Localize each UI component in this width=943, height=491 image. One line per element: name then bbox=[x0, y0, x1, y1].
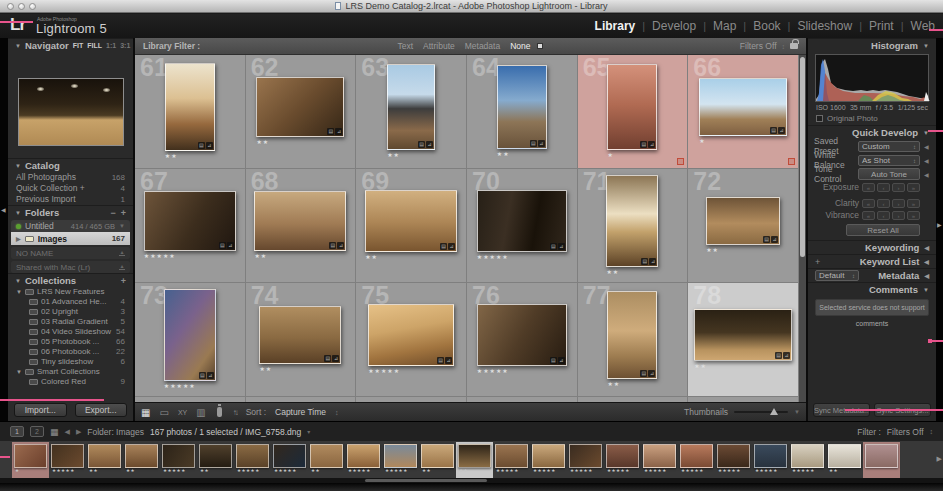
grid-cell-61[interactable]: 61▤⊿★★ bbox=[135, 55, 246, 169]
saved-preset-dropdown[interactable]: Custom↕ bbox=[858, 141, 920, 152]
loupe-view-icon[interactable]: ▭ bbox=[159, 404, 168, 421]
collection-item[interactable]: 03 Radial Gradient5 bbox=[8, 317, 133, 327]
star-rating[interactable]: ★★★★★ bbox=[715, 468, 752, 474]
filmstrip-thumbnail[interactable]: ★★★★★ bbox=[345, 442, 382, 478]
keyword-badge-icon[interactable]: ▤ bbox=[440, 243, 447, 250]
expand-section-icon[interactable]: ◀ bbox=[924, 171, 930, 178]
crop-badge-icon[interactable]: ⊿ bbox=[648, 370, 655, 377]
star-rating[interactable]: ★★★★★ bbox=[271, 468, 308, 474]
photo-thumbnail[interactable] bbox=[310, 444, 343, 468]
star-rating[interactable]: ★★ bbox=[256, 139, 344, 146]
keyword-badge-icon[interactable]: ▤ bbox=[418, 141, 425, 148]
keyword-badge-icon[interactable]: ▤ bbox=[437, 357, 444, 364]
grid-cell-75[interactable]: 75▤⊿★★★★★ bbox=[356, 283, 467, 397]
filmstrip-thumbnail[interactable]: ★★★★★ bbox=[234, 442, 271, 478]
catalog-item[interactable]: Previous Import1 bbox=[8, 194, 133, 205]
catalog-item[interactable]: All Photographs168 bbox=[8, 172, 133, 183]
filmstrip-thumbnail[interactable]: ★★ bbox=[419, 442, 456, 478]
disclosure-triangle-icon[interactable]: ▼ bbox=[16, 287, 22, 297]
grid-cell-73[interactable]: 73▤⊿★★★★★ bbox=[135, 283, 246, 397]
navigator-zoom-option[interactable]: 3:1 bbox=[120, 39, 130, 53]
keyword-badge-icon[interactable]: ▤ bbox=[327, 128, 334, 135]
photo-thumbnail[interactable]: ▤⊿ bbox=[254, 191, 346, 251]
thumbnail-badges[interactable]: ▤⊿ bbox=[763, 236, 778, 243]
star-rating[interactable]: ★★★★★ bbox=[144, 253, 236, 260]
add-folder-icon[interactable]: + bbox=[121, 206, 126, 220]
photo-thumbnail[interactable]: ▤⊿ bbox=[477, 304, 567, 366]
keyword-badge-icon[interactable]: ▤ bbox=[550, 357, 557, 364]
survey-view-icon[interactable]: ▥ bbox=[196, 404, 205, 421]
star-rating[interactable]: ★★ bbox=[606, 269, 658, 276]
module-map[interactable]: Map bbox=[713, 19, 736, 33]
photo-thumbnail[interactable]: ▤⊿ bbox=[607, 291, 657, 379]
keyword-list-header[interactable]: + Keyword List ◀ bbox=[808, 254, 936, 268]
star-rating[interactable]: ★★★★★ bbox=[368, 368, 454, 375]
metadata-preset-dropdown[interactable]: Default↕ bbox=[815, 270, 859, 281]
thumbnail-badges[interactable]: ▤⊿ bbox=[775, 352, 790, 359]
star-rating[interactable]: ★★ bbox=[607, 381, 657, 388]
crop-badge-icon[interactable]: ⊿ bbox=[771, 236, 778, 243]
navigator-preview-image[interactable] bbox=[18, 78, 124, 146]
expand-section-icon[interactable]: ◀ bbox=[924, 157, 930, 164]
disclosure-triangle-icon[interactable]: ▼ bbox=[15, 274, 21, 288]
crop-badge-icon[interactable]: ⊿ bbox=[448, 243, 455, 250]
filmstrip-thumbnail[interactable]: ★★★★★ bbox=[678, 442, 715, 478]
keyword-badge-icon[interactable]: ▤ bbox=[530, 140, 537, 147]
stepper-button[interactable]: ‹ bbox=[877, 211, 890, 220]
grid-cell-76[interactable]: 76▤⊿★★★★★ bbox=[467, 283, 578, 397]
photo-thumbnail[interactable] bbox=[88, 444, 121, 468]
collections-header[interactable]: ▼ Collections + bbox=[8, 273, 133, 287]
star-rating[interactable]: ★★ bbox=[365, 254, 457, 261]
crop-badge-icon[interactable]: ⊿ bbox=[426, 141, 433, 148]
collection-item[interactable]: 06 Photobook ...22 bbox=[8, 347, 133, 357]
chevron-down-icon[interactable]: ▼ bbox=[119, 223, 125, 229]
star-rating[interactable]: ★★★★★ bbox=[382, 468, 419, 474]
keyword-badge-icon[interactable]: ▤ bbox=[550, 243, 557, 250]
filmstrip-thumbnail[interactable]: ★★ bbox=[308, 442, 345, 478]
star-rating[interactable]: ★★★★★ bbox=[49, 468, 86, 474]
star-rating[interactable]: ★★★★★ bbox=[493, 468, 530, 474]
filmstrip-thumbnail[interactable]: ★★★★★ bbox=[530, 442, 567, 478]
star-rating[interactable]: ★★ bbox=[387, 152, 435, 159]
photo-thumbnail[interactable] bbox=[754, 444, 787, 468]
crop-badge-icon[interactable]: ⊿ bbox=[783, 352, 790, 359]
filmstrip-thumbnail[interactable]: ★★★★★ bbox=[160, 442, 197, 478]
grid-scrollbar-handle[interactable] bbox=[800, 57, 805, 257]
grid-cell-63[interactable]: 63▤⊿★★ bbox=[356, 55, 467, 169]
star-rating[interactable]: ★ bbox=[699, 138, 787, 145]
collection-item[interactable]: 02 Upright3 bbox=[8, 307, 133, 317]
photo-thumbnail[interactable] bbox=[791, 444, 824, 468]
crop-badge-icon[interactable]: ⊿ bbox=[206, 142, 213, 149]
photo-thumbnail[interactable] bbox=[273, 444, 306, 468]
folder-item-images[interactable]: ▶ Images 167 bbox=[11, 232, 130, 245]
photo-thumbnail[interactable] bbox=[495, 444, 528, 468]
star-rating[interactable]: ★★ bbox=[419, 468, 456, 474]
auto-tone-button[interactable]: Auto Tone bbox=[858, 168, 920, 180]
star-rating[interactable]: ★★★★★ bbox=[477, 368, 567, 375]
export-button[interactable]: Export... bbox=[75, 403, 128, 417]
photo-thumbnail[interactable]: ▤⊿ bbox=[477, 190, 567, 252]
keyword-badge-icon[interactable]: ▤ bbox=[324, 355, 331, 362]
stepper-button[interactable]: » bbox=[907, 199, 920, 208]
main-window-button[interactable]: 1 bbox=[10, 426, 24, 437]
photo-thumbnail[interactable]: ▤⊿ bbox=[259, 306, 341, 364]
stepper-button[interactable]: « bbox=[862, 183, 875, 192]
eject-icon[interactable]: ▴ bbox=[119, 250, 125, 256]
keyword-badge-icon[interactable]: ▤ bbox=[198, 142, 205, 149]
thumbnail-badges[interactable]: ▤⊿ bbox=[418, 141, 433, 148]
photo-thumbnail[interactable] bbox=[125, 444, 158, 468]
remove-folder-icon[interactable]: − bbox=[110, 206, 115, 220]
filmstrip-thumbnail[interactable]: ★★ bbox=[123, 442, 160, 478]
painter-icon[interactable] bbox=[217, 407, 222, 417]
histogram-header[interactable]: Histogram ▼ bbox=[808, 38, 936, 52]
filmstrip-thumbnail[interactable] bbox=[863, 442, 900, 478]
catalog-header[interactable]: ▼ Catalog bbox=[8, 158, 133, 172]
filmstrip-thumbnail[interactable]: ★ bbox=[12, 442, 49, 478]
stepper-button[interactable]: ‹ bbox=[877, 183, 890, 192]
crop-badge-icon[interactable]: ⊿ bbox=[649, 258, 656, 265]
collapse-left-icon[interactable]: ◀ bbox=[1, 206, 6, 213]
back-arrow-icon[interactable]: ◀ bbox=[65, 428, 70, 436]
star-rating[interactable]: ★★★★★ bbox=[641, 468, 678, 474]
navigator-header[interactable]: ▼ Navigator FITFILL1:13:1 bbox=[8, 38, 133, 52]
navigator-zoom-option[interactable]: 1:1 bbox=[106, 39, 116, 53]
